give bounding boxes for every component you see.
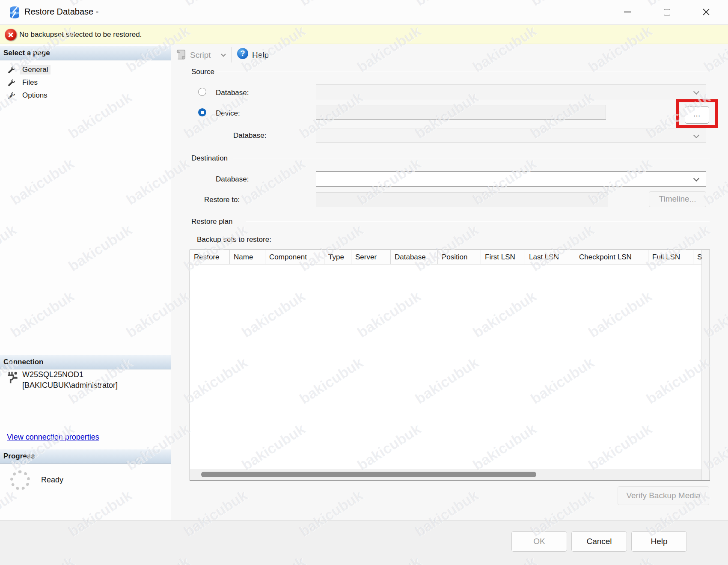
progress-status: Ready xyxy=(41,476,63,485)
column-header[interactable]: Position xyxy=(438,250,481,264)
connection-header: Connection xyxy=(0,355,171,369)
restore-database-dialog: Restore Database - No backupset selected… xyxy=(0,0,728,565)
destination-section-label: Destination xyxy=(191,154,228,163)
view-connection-properties-link[interactable]: View connection properties xyxy=(7,433,99,442)
source-database-sub-label: Database: xyxy=(233,131,267,140)
backup-sets-label: Backup sets to restore: xyxy=(197,235,271,244)
source-separator xyxy=(217,71,710,72)
help-icon: ? xyxy=(237,48,248,59)
title-bar: Restore Database - xyxy=(0,0,728,25)
progress-header: Progress xyxy=(0,449,171,464)
verify-backup-media-button[interactable]: Verify Backup Media xyxy=(618,486,709,505)
backup-sets-table: RestoreNameComponentTypeServerDatabasePo… xyxy=(190,250,710,481)
column-header[interactable]: Full LSN xyxy=(648,250,693,264)
table-header-row: RestoreNameComponentTypeServerDatabasePo… xyxy=(190,250,701,265)
source-section-label: Source xyxy=(191,68,214,76)
restore-plan-section-label: Restore plan xyxy=(191,217,232,226)
server-connection-icon xyxy=(5,371,19,384)
toolbar-separator xyxy=(232,47,232,62)
wrench-icon xyxy=(8,92,15,99)
sidebar-item-label: Options xyxy=(20,91,50,100)
restore-to-input[interactable] xyxy=(316,192,608,207)
column-header[interactable]: Restore xyxy=(190,250,230,264)
column-header[interactable]: Last LSN xyxy=(525,250,575,264)
source-device-input[interactable] xyxy=(316,105,606,120)
column-header[interactable]: Checkpoint LSN xyxy=(575,250,648,264)
sidebar-item-options[interactable]: Options xyxy=(0,89,171,101)
source-database-radio[interactable] xyxy=(198,88,206,96)
horizontal-scrollbar-track[interactable] xyxy=(190,469,701,480)
column-header[interactable]: Type xyxy=(324,250,351,264)
connection-account: [BAKICUBUK\administrator] xyxy=(22,381,118,390)
alert-bar: No backupset selected to be restored. xyxy=(0,25,728,44)
sidebar-item-general[interactable]: General xyxy=(0,63,171,76)
column-header[interactable]: First LSN xyxy=(481,250,525,264)
source-database-sub-dropdown[interactable] xyxy=(316,128,706,143)
script-button[interactable]: Script xyxy=(190,51,211,60)
sidebar: Select a page GeneralFilesOptions Connec… xyxy=(0,44,171,520)
help-button[interactable]: Help xyxy=(631,531,687,552)
help-toolbar-button[interactable]: Help xyxy=(252,51,269,60)
column-header[interactable]: Server xyxy=(351,250,391,264)
sidebar-item-files[interactable]: Files xyxy=(0,76,171,89)
source-database-radio-label: Database: xyxy=(216,89,249,97)
close-button[interactable] xyxy=(695,3,717,21)
horizontal-scrollbar-thumb[interactable] xyxy=(201,472,536,477)
restore-plan-separator xyxy=(246,221,710,222)
alert-text: No backupset selected to be restored. xyxy=(19,25,142,44)
error-icon xyxy=(5,29,17,41)
column-header[interactable]: St xyxy=(693,250,701,264)
column-header[interactable]: Database xyxy=(391,250,438,264)
script-icon xyxy=(175,48,187,60)
dialog-footer: OK Cancel Help xyxy=(0,520,728,565)
close-icon xyxy=(702,8,710,16)
wrench-icon xyxy=(8,66,15,74)
progress-spinner-icon xyxy=(10,470,30,490)
sidebar-item-label: Files xyxy=(20,78,40,87)
source-device-radio-label: Device: xyxy=(216,109,240,118)
wrench-icon xyxy=(8,79,15,86)
vertical-scrollbar-area[interactable] xyxy=(701,250,710,480)
window-title: Restore Database - xyxy=(24,7,98,17)
browse-device-button[interactable]: ... xyxy=(685,106,709,124)
sidebar-item-label: General xyxy=(20,65,51,74)
source-database-dropdown[interactable] xyxy=(316,84,706,99)
restore-to-label: Restore to: xyxy=(204,196,240,204)
database-icon xyxy=(8,6,21,19)
maximize-icon xyxy=(664,9,670,15)
destination-database-dropdown[interactable] xyxy=(316,171,706,187)
timeline-button[interactable]: Timeline... xyxy=(649,191,706,207)
script-dropdown-caret-icon[interactable] xyxy=(221,52,226,56)
column-header[interactable]: Component xyxy=(265,250,324,264)
ok-button[interactable]: OK xyxy=(511,531,567,552)
connection-server: W25SQL25NOD1 xyxy=(22,370,83,379)
maximize-button[interactable] xyxy=(656,3,678,21)
column-header[interactable]: Name xyxy=(230,250,265,264)
destination-separator xyxy=(233,158,710,158)
minimize-button[interactable] xyxy=(616,3,639,21)
select-a-page-header: Select a page xyxy=(0,46,171,60)
source-device-radio[interactable] xyxy=(198,108,206,116)
cancel-button[interactable]: Cancel xyxy=(571,531,627,552)
destination-database-label: Database: xyxy=(216,175,249,184)
minimize-icon xyxy=(624,12,631,12)
